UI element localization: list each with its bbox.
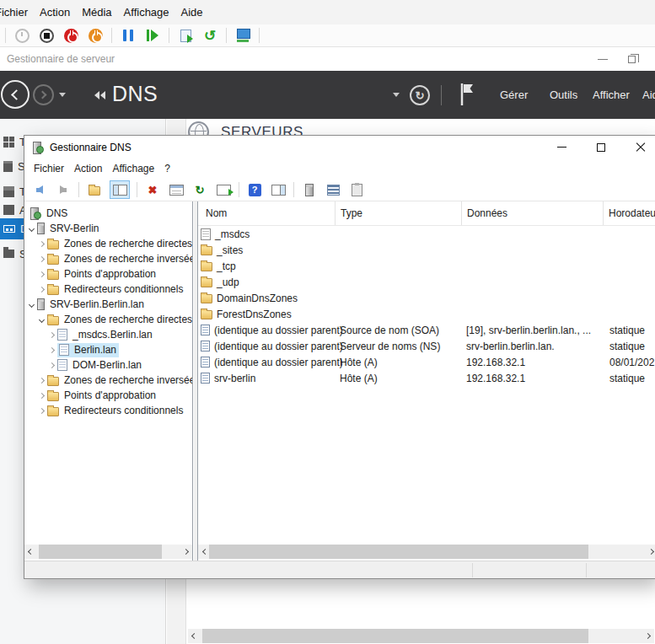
tree-item-dom-berlin-zone[interactable]: DOM-Berlin.lan — [24, 357, 192, 373]
delete-button[interactable]: ✖ — [144, 181, 161, 198]
scrollbar-thumb[interactable] — [209, 545, 588, 559]
record-row[interactable]: (identique au dossier parent) Serveur de… — [198, 338, 655, 354]
revert-button[interactable]: ↺ — [201, 27, 218, 44]
dns-menu-help[interactable]: ? — [159, 163, 175, 174]
chevron-right-icon[interactable] — [36, 272, 47, 276]
tree-item-forward-zones[interactable]: Zones de recherche directes — [24, 236, 192, 251]
tree-item-trust-points[interactable]: Points d'approbation — [24, 266, 192, 282]
tree-item-dns-root[interactable]: DNS — [24, 206, 192, 221]
chevron-right-icon[interactable] — [36, 257, 47, 261]
tree-item-forward-zones-expanded[interactable]: Zones de recherche directes — [24, 312, 192, 327]
up-one-level-button[interactable] — [86, 181, 103, 198]
chevron-down-icon[interactable] — [36, 318, 47, 322]
record-row[interactable]: _tcp — [198, 258, 655, 274]
forward-button[interactable] — [33, 84, 54, 105]
refresh-button[interactable]: ↻ — [191, 181, 208, 198]
scroll-right-button[interactable] — [645, 545, 655, 559]
dns-titlebar[interactable]: Gestionnaire DNS — [24, 136, 655, 158]
dns-maximize-button[interactable] — [582, 136, 620, 158]
restore-button[interactable] — [617, 47, 646, 71]
filter-button[interactable] — [348, 181, 365, 198]
chevron-right-icon[interactable] — [46, 363, 57, 368]
record-row[interactable]: DomainDnsZones — [198, 290, 655, 306]
dns-menu-fichier[interactable]: Fichier — [29, 163, 69, 174]
scroll-left-button[interactable] — [24, 545, 37, 559]
menu-aide[interactable]: Aide — [642, 89, 655, 101]
scroll-left-button[interactable] — [188, 629, 201, 643]
column-header-data[interactable]: Données — [461, 201, 603, 225]
vm-menu-affichage[interactable]: Affichage — [118, 6, 175, 19]
menu-afficher[interactable]: Afficher — [593, 89, 630, 101]
collapse-breadcrumb-icon[interactable] — [94, 91, 105, 99]
tree-item-reverse-zones-2[interactable]: Zones de recherche inversées — [24, 373, 192, 388]
chevron-right-icon[interactable] — [36, 394, 47, 398]
record-row[interactable]: _msdcs — [198, 226, 655, 242]
dns-menu-affichage[interactable]: Affichage — [107, 163, 159, 174]
record-row[interactable]: srv-berlin Hôte (A) 192.168.32.1 statiqu… — [198, 370, 655, 386]
refresh-button[interactable]: ↻ — [410, 85, 430, 105]
turn-off-button[interactable] — [62, 27, 79, 44]
list-horizontal-scrollbar[interactable] — [198, 545, 655, 559]
tree-horizontal-scrollbar[interactable] — [24, 545, 192, 559]
tree-item-server[interactable]: SRV-Berlin — [24, 221, 192, 236]
record-row[interactable]: _sites — [198, 242, 655, 258]
show-action-pane-button[interactable] — [270, 181, 287, 198]
record-row[interactable]: (identique au dossier parent) Hôte (A) 1… — [198, 354, 655, 370]
record-row[interactable]: _udp — [198, 274, 655, 290]
scroll-right-button[interactable] — [180, 545, 192, 559]
scrollbar-thumb[interactable] — [39, 545, 162, 559]
resume-button[interactable] — [144, 27, 161, 44]
content-horizontal-scrollbar[interactable] — [188, 629, 654, 643]
stop-button[interactable] — [38, 27, 55, 44]
tree-item-reverse-zones[interactable]: Zones de recherche inversées — [24, 251, 192, 266]
chevron-right-icon[interactable] — [36, 409, 47, 413]
chevron-down-icon[interactable] — [26, 303, 37, 307]
column-header-timestamp[interactable]: Horodateur — [603, 201, 655, 225]
show-console-tree-button[interactable] — [110, 180, 130, 199]
chevron-down-icon[interactable] — [26, 227, 37, 231]
forward-button[interactable] — [55, 181, 72, 198]
chevron-right-icon[interactable] — [36, 287, 47, 292]
menu-outils[interactable]: Outils — [550, 89, 577, 101]
server-status-button[interactable] — [301, 181, 318, 198]
back-button[interactable] — [1, 80, 30, 109]
help-button[interactable]: ? — [246, 181, 263, 198]
tree-item-server-fqdn[interactable]: SRV-Berlin.Berlin.lan — [24, 297, 192, 312]
record-row[interactable]: (identique au dossier parent) Source de … — [198, 322, 655, 338]
checkpoint-button[interactable] — [177, 27, 194, 44]
scrollbar-thumb[interactable] — [202, 629, 588, 643]
column-header-name[interactable]: Nom — [198, 201, 335, 225]
tree-item-berlin-zone-selected[interactable]: Berlin.lan — [24, 342, 192, 357]
menu-gerer[interactable]: Gérer — [500, 89, 528, 101]
chevron-right-icon[interactable] — [36, 378, 47, 383]
record-list-button[interactable] — [325, 181, 341, 198]
record-row[interactable]: ForestDnsZones — [198, 306, 655, 322]
vm-menu-fichier[interactable]: Fichier — [0, 6, 34, 19]
notifications-caret-icon[interactable] — [393, 93, 400, 97]
history-caret-icon[interactable] — [59, 93, 66, 97]
vm-menu-aide[interactable]: Aide — [175, 6, 209, 19]
column-header-type[interactable]: Type — [335, 201, 461, 225]
minimize-button[interactable] — [588, 47, 617, 71]
tree-item-msdcs-zone[interactable]: _msdcs.Berlin.lan — [24, 327, 192, 342]
tree-item-conditional-forwarders[interactable]: Redirecteurs conditionnels — [24, 282, 192, 297]
tree-item-conditional-forwarders-2[interactable]: Redirecteurs conditionnels — [24, 403, 192, 418]
pause-button[interactable] — [120, 27, 137, 44]
dns-close-button[interactable] — [621, 136, 655, 158]
shut-down-button[interactable] — [87, 27, 104, 44]
power-on-button[interactable] — [13, 27, 30, 44]
export-list-button[interactable] — [215, 181, 232, 198]
tree-item-trust-points-2[interactable]: Points d'approbation — [24, 388, 192, 403]
back-button[interactable] — [31, 181, 48, 198]
dns-minimize-button[interactable] — [542, 136, 581, 158]
enhanced-session-button[interactable] — [234, 27, 251, 44]
flag-icon[interactable] — [459, 82, 474, 107]
dns-menu-action[interactable]: Action — [69, 163, 107, 174]
scroll-right-button[interactable] — [642, 629, 654, 643]
chevron-right-icon[interactable] — [36, 242, 47, 246]
chevron-right-icon[interactable] — [46, 348, 57, 352]
vm-menu-media[interactable]: Média — [76, 6, 117, 19]
vm-menu-action[interactable]: Action — [34, 6, 76, 19]
chevron-right-icon[interactable] — [46, 333, 57, 337]
properties-button[interactable] — [168, 181, 185, 198]
